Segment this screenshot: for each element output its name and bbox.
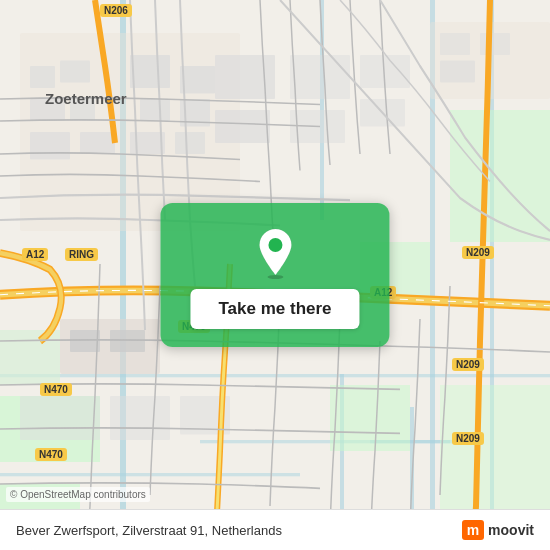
svg-rect-23 [30, 66, 55, 88]
location-label: Bever Zwerfsport, Zilverstraat 91, Nethe… [16, 523, 282, 538]
moovit-m-icon: m [462, 520, 484, 540]
svg-rect-46 [110, 330, 145, 352]
svg-point-48 [268, 238, 282, 252]
svg-rect-15 [330, 385, 410, 451]
road-label-n470-bottom: N470 [35, 448, 67, 461]
svg-rect-5 [0, 374, 550, 377]
moovit-logo: m moovit [462, 520, 534, 540]
take-me-there-container: Take me there [160, 203, 389, 347]
road-label-n470-left: N470 [40, 383, 72, 396]
take-me-there-button[interactable]: Take me there [190, 289, 359, 329]
road-label-n206: N206 [100, 4, 132, 17]
svg-rect-32 [215, 110, 270, 143]
bottom-bar: Bever Zwerfsport, Zilverstraat 91, Nethe… [0, 509, 550, 550]
svg-point-47 [267, 275, 283, 279]
green-overlay: Take me there [160, 203, 389, 347]
svg-rect-30 [175, 132, 205, 154]
road-label-n209-top: N209 [462, 246, 494, 259]
svg-rect-40 [440, 61, 475, 83]
svg-rect-33 [290, 55, 350, 99]
svg-rect-28 [80, 132, 115, 154]
svg-rect-27 [30, 132, 70, 160]
svg-rect-45 [70, 330, 100, 352]
svg-rect-20 [180, 66, 215, 94]
svg-rect-24 [60, 61, 90, 83]
city-label-zoetermeer: Zoetermeer [45, 90, 127, 107]
svg-rect-31 [215, 55, 275, 99]
road-label-ring: RING [65, 248, 98, 261]
road-label-a12-left: A12 [22, 248, 48, 261]
location-pin-icon [253, 227, 297, 279]
svg-rect-19 [130, 55, 170, 88]
moovit-brand-text: moovit [488, 522, 534, 538]
map-attribution: © OpenStreetMap contributors [6, 487, 150, 502]
svg-rect-17 [0, 330, 60, 385]
svg-rect-21 [140, 99, 170, 121]
road-label-n209-mid: N209 [452, 358, 484, 371]
attribution-text: © OpenStreetMap contributors [10, 489, 146, 500]
svg-rect-41 [20, 396, 100, 440]
svg-rect-39 [480, 33, 510, 55]
road-label-n209-bot: N209 [452, 432, 484, 445]
map-container: Zoetermeer A12 RING N206 N470 N470 N470 … [0, 0, 550, 550]
svg-rect-38 [440, 33, 470, 55]
svg-rect-42 [110, 396, 170, 440]
